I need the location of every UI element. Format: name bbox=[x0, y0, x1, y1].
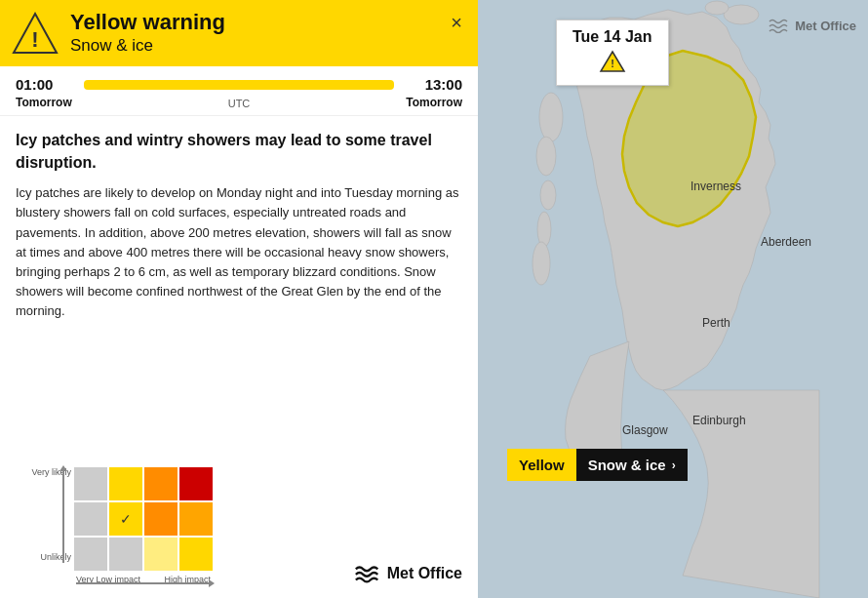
start-day: Tomorrow bbox=[16, 96, 72, 109]
badge-arrow-icon: › bbox=[672, 458, 676, 472]
date-box-triangle: ! bbox=[572, 50, 652, 77]
svg-point-7 bbox=[540, 180, 556, 210]
description-summary: Icy patches and wintry showers may lead … bbox=[16, 130, 462, 174]
matrix-cell-r2c1 bbox=[74, 502, 107, 536]
warning-title-block: Yellow warning Snow & ice bbox=[70, 10, 466, 57]
checkmark-icon: ✓ bbox=[120, 511, 132, 527]
svg-point-5 bbox=[539, 93, 563, 141]
badge-type-label: Snow & ice › bbox=[576, 449, 688, 481]
map-metoffice-text: Met Office bbox=[795, 19, 856, 33]
start-time: 01:00 bbox=[16, 76, 74, 93]
metoffice-label: Met Office bbox=[387, 565, 462, 582]
svg-text:Glasgow: Glasgow bbox=[622, 423, 668, 437]
close-button[interactable]: × bbox=[443, 8, 470, 38]
matrix-cell-r3c1 bbox=[74, 538, 107, 571]
matrix-cell-r2c3 bbox=[144, 502, 178, 536]
map-panel: Inverness Aberdeen Perth Glasgow Edinbur… bbox=[478, 0, 868, 598]
svg-point-4 bbox=[705, 1, 729, 15]
matrix-cell-r3c2 bbox=[109, 538, 142, 571]
matrix-cell-r3c4 bbox=[179, 538, 213, 571]
svg-text:Perth: Perth bbox=[702, 316, 730, 330]
time-track bbox=[84, 80, 394, 90]
matrix-cell-r1c4 bbox=[179, 467, 213, 500]
time-bar: 01:00 13:00 Tomorrow UTC Tomorrow bbox=[0, 66, 478, 116]
svg-text:Aberdeen: Aberdeen bbox=[761, 235, 811, 249]
date-box: Tue 14 Jan ! bbox=[556, 20, 669, 86]
warning-title: Yellow warning bbox=[70, 10, 466, 35]
matrix-grid: ✓ bbox=[74, 467, 213, 571]
x-axis-arrow bbox=[76, 582, 211, 584]
warning-header: ! Yellow warning Snow & ice × bbox=[0, 0, 478, 66]
matrix-cell-r1c1 bbox=[74, 467, 107, 500]
map-metoffice-watermark: Met Office bbox=[769, 18, 856, 33]
matrix-cell-r1c2 bbox=[109, 467, 142, 500]
y-axis-arrow bbox=[62, 469, 64, 563]
badge-color-label: Yellow bbox=[507, 449, 576, 481]
map-metoffice-waves-icon bbox=[769, 18, 790, 33]
warning-triangle-icon: ! bbox=[12, 10, 59, 57]
end-time: 13:00 bbox=[404, 76, 462, 93]
metoffice-logo: Met Office bbox=[354, 563, 462, 584]
svg-text:!: ! bbox=[31, 27, 38, 52]
svg-point-9 bbox=[533, 242, 550, 285]
svg-point-8 bbox=[537, 212, 551, 247]
svg-point-3 bbox=[724, 5, 759, 24]
svg-text:!: ! bbox=[611, 58, 614, 69]
svg-text:Edinburgh: Edinburgh bbox=[692, 414, 746, 427]
description-block: Icy patches and wintry showers may lead … bbox=[0, 116, 478, 467]
utc-label: UTC bbox=[72, 98, 406, 109]
svg-text:Inverness: Inverness bbox=[690, 179, 741, 193]
metoffice-waves-icon bbox=[354, 563, 381, 584]
matrix-cell-r3c3 bbox=[144, 538, 178, 571]
warning-badge[interactable]: Yellow Snow & ice › bbox=[507, 449, 688, 481]
matrix-cell-r2c4 bbox=[179, 502, 213, 536]
description-detail: Icy patches are likely to develop on Mon… bbox=[16, 183, 462, 321]
warning-subtitle: Snow & ice bbox=[70, 35, 466, 57]
matrix-cell-r1c3 bbox=[144, 467, 178, 500]
date-text: Tue 14 Jan bbox=[572, 28, 652, 46]
left-panel: ! Yellow warning Snow & ice × 01:00 13:0… bbox=[0, 0, 478, 598]
end-day: Tomorrow bbox=[406, 96, 462, 109]
svg-point-6 bbox=[536, 137, 556, 176]
matrix-wrapper: Very likely Unlikely ✓ bbox=[74, 467, 213, 584]
scotland-map-svg: Inverness Aberdeen Perth Glasgow Edinbur… bbox=[478, 0, 868, 598]
matrix-cell-r2c2: ✓ bbox=[109, 502, 142, 536]
matrix-row: Very likely Unlikely ✓ bbox=[0, 467, 478, 598]
